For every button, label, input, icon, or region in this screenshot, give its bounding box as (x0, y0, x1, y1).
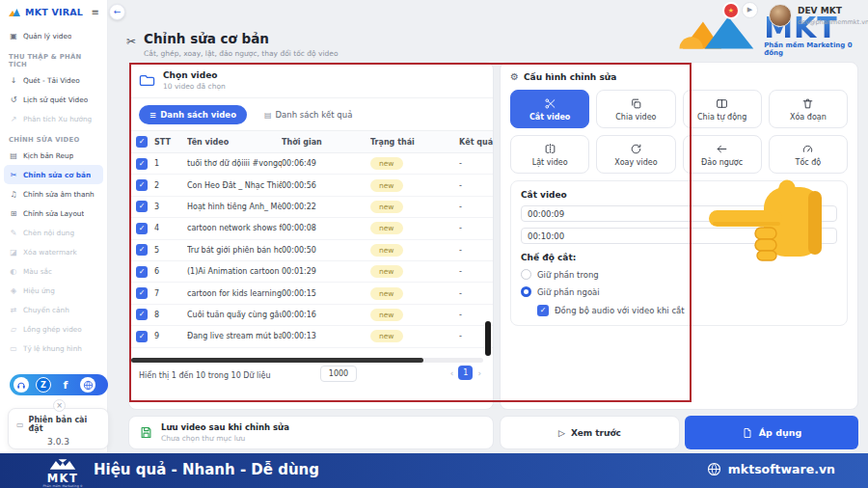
sidebar-item[interactable]: ▱ Lồng ghép video (0, 319, 107, 339)
sidebar-item[interactable]: ◈ Hiệu ứng (0, 281, 107, 300)
video-picker[interactable]: Chọn video 10 video đã chọn (129, 63, 493, 98)
row-checkbox[interactable]: ✓ (136, 287, 148, 299)
tool-delete-segment[interactable]: Xóa đoạn (769, 90, 848, 128)
sidebar-item-icon: ◐ (9, 267, 18, 276)
monitor-icon: ▭ (16, 420, 24, 429)
radio-selected-icon[interactable] (521, 286, 531, 297)
sidebar-item[interactable]: ⊞ Chỉnh sửa Layout (0, 203, 107, 223)
sidebar-item-icon: ✂ (9, 171, 18, 179)
play-outline-icon: ▷ (558, 428, 565, 438)
row-checkbox[interactable]: ✓ (136, 179, 148, 191)
table-row[interactable]: ✓ 7 cartoon for kids learning and 00:00:… (129, 283, 493, 304)
table-row[interactable]: ✓ 5 Trư bát giới phiên bản hoạt h 00:00:… (129, 240, 493, 261)
save-location-card[interactable]: Lưu video sau khi chỉnh sửa Chưa chọn th… (128, 416, 494, 449)
menu-icon[interactable]: ≡ (92, 7, 99, 17)
sidebar-item[interactable]: ◪ Xóa watermark (0, 242, 107, 261)
cut-end-input[interactable] (521, 228, 837, 244)
row-checkbox[interactable]: ✓ (136, 266, 148, 278)
table-header: ✓ STT Tên video Thời gian Trạng thái Kết… (129, 130, 493, 153)
select-all-checkbox[interactable]: ✓ (136, 136, 148, 148)
row-video-name: Đang live stream mút bang t (187, 332, 282, 340)
tool-reverse-video[interactable]: Đảo ngược (683, 135, 762, 174)
tool-flip-video[interactable]: Lật video (510, 135, 589, 174)
scissors-icon: ✂ (126, 35, 136, 58)
radio-keep-outside[interactable]: Giữ phần ngoài (521, 286, 837, 297)
row-video-name: Con Heo Đất _ Nhạc Thiếu Nhi (187, 181, 282, 190)
radio-keep-inside[interactable]: Giữ phần trong (521, 269, 837, 280)
vertical-scrollbar-thumb[interactable] (485, 321, 491, 356)
prev-page-button[interactable]: ‹ (450, 368, 454, 378)
table-row[interactable]: ✓ 4 cartoon network shows for k 00:00:08… (129, 218, 493, 239)
sidebar-item[interactable]: ▤ Kịch bản Reup (0, 146, 107, 165)
sidebar-collapse-button[interactable]: ← (109, 4, 125, 20)
sidebar-item[interactable]: ✂ Chỉnh sửa cơ bản (4, 165, 103, 184)
sidebar-item[interactable]: ▭ Tỷ lệ khung hình (0, 339, 107, 358)
page-size-select[interactable]: 1000 (320, 366, 357, 382)
picker-title: Chọn video (163, 70, 226, 80)
apply-label: Áp dụng (759, 427, 802, 438)
page-1-button[interactable]: 1 (458, 366, 473, 380)
row-checkbox[interactable]: ✓ (136, 223, 148, 234)
table-row[interactable]: ✓ 9 Đang live stream mút bang t 00:00:13… (129, 326, 493, 347)
sidebar-item[interactable]: ⇄ Chuyển cảnh (0, 300, 107, 319)
table-row[interactable]: ✓ 2 Con Heo Đất _ Nhạc Thiếu Nhi 00:00:5… (129, 175, 493, 196)
row-checkbox[interactable]: ✓ (136, 158, 148, 170)
gear-icon: ⚙ (510, 71, 519, 82)
tool-speed[interactable]: Tốc độ (769, 135, 848, 174)
vietnam-flag-icon[interactable]: ★ (724, 4, 738, 17)
tab-result-list[interactable]: ▤ Danh sách kết quả (264, 110, 352, 120)
column-name: Tên video (187, 138, 282, 147)
sidebar-item[interactable]: ♫ Chỉnh sửa âm thanh (0, 184, 107, 203)
row-checkbox[interactable]: ✓ (136, 244, 148, 256)
radio-icon[interactable] (521, 269, 531, 280)
preview-label: Xem trước (571, 428, 621, 438)
horizontal-scrollbar (131, 358, 483, 363)
sidebar-item[interactable]: ↓ Quét - Tải Video (0, 70, 107, 90)
table-row[interactable]: ✓ 6 (1)Ai Animation cartoon vide 00:01:2… (129, 261, 493, 283)
sidebar-item-icon: ↓ (9, 76, 18, 85)
sidebar-item[interactable]: ✎ Chèn nội dung (0, 223, 107, 242)
list-tabs: ≡ Danh sách video ▤ Danh sách kết quả (129, 98, 493, 130)
tool-rotate-video[interactable]: Xoay video (596, 135, 675, 174)
row-checkbox[interactable]: ✓ (136, 331, 148, 342)
tool-split-video[interactable]: Chia video (596, 90, 675, 128)
next-page-button[interactable]: › (477, 368, 481, 378)
row-video-name: Trư bát giới phiên bản hoạt h (187, 246, 282, 255)
table-row[interactable]: ✓ 3 Hoạt hình tiếng Anh_ Mèo đi 00:00:22… (129, 197, 493, 218)
arrow-left-icon (716, 143, 728, 155)
preview-button[interactable]: ▷ Xem trước (500, 416, 680, 449)
play-tutorial-icon[interactable]: ▶ (742, 2, 758, 18)
apply-button[interactable]: Áp dụng (685, 416, 858, 449)
tool-auto-split[interactable]: Chia tự động (683, 90, 762, 128)
sidebar-item-icon: ✎ (9, 229, 18, 237)
checkbox-checked-icon[interactable]: ✓ (537, 305, 549, 316)
social-bar: Z f (10, 374, 108, 395)
sync-audio-checkbox-row[interactable]: ✓ Đồng bộ audio với video khi cắt (537, 305, 837, 316)
dismiss-version-button[interactable]: × (53, 399, 66, 412)
footer-logo: MKT Phần mềm Marketing 0 đồng (42, 455, 83, 488)
sidebar-item-icon: ▣ (9, 32, 18, 41)
sidebar-item[interactable]: ◐ Màu sắc (0, 261, 107, 281)
horizontal-scrollbar-thumb[interactable] (131, 358, 423, 363)
table-row[interactable]: ✓ 1 tuổi thơ dữ dộiiii #vongquay 00:06:4… (129, 153, 493, 175)
save-subtitle: Chưa chọn thư mục lưu (161, 434, 289, 443)
row-checkbox[interactable]: ✓ (136, 309, 148, 320)
globe-icon (707, 462, 721, 476)
zalo-icon[interactable]: Z (36, 377, 51, 393)
sidebar-item[interactable]: ↗ Phân tích Xu hướng (0, 109, 107, 128)
cut-start-input[interactable] (521, 205, 837, 222)
sidebar-item[interactable]: ↺ Lịch sử quét Video (0, 90, 107, 109)
facebook-icon[interactable]: f (58, 377, 73, 393)
tool-cut-video[interactable]: Cắt video (510, 90, 589, 128)
sidebar-item[interactable]: ▣ Quản lý video (0, 26, 107, 45)
row-checkbox[interactable]: ✓ (136, 201, 148, 212)
globe-icon[interactable] (80, 377, 95, 393)
status-badge: new (370, 330, 403, 342)
avatar[interactable] (769, 4, 792, 27)
tab-label: Danh sách kết quả (276, 110, 353, 120)
footer-website[interactable]: mktsoftware.vn (707, 462, 835, 476)
support-icon[interactable] (14, 377, 29, 393)
tab-video-list[interactable]: ≡ Danh sách video (139, 105, 247, 124)
trash-icon (801, 97, 814, 110)
table-row[interactable]: ✓ 8 Cuối tuần quẩy cùng gấu nà 00:00:16 … (129, 305, 493, 326)
